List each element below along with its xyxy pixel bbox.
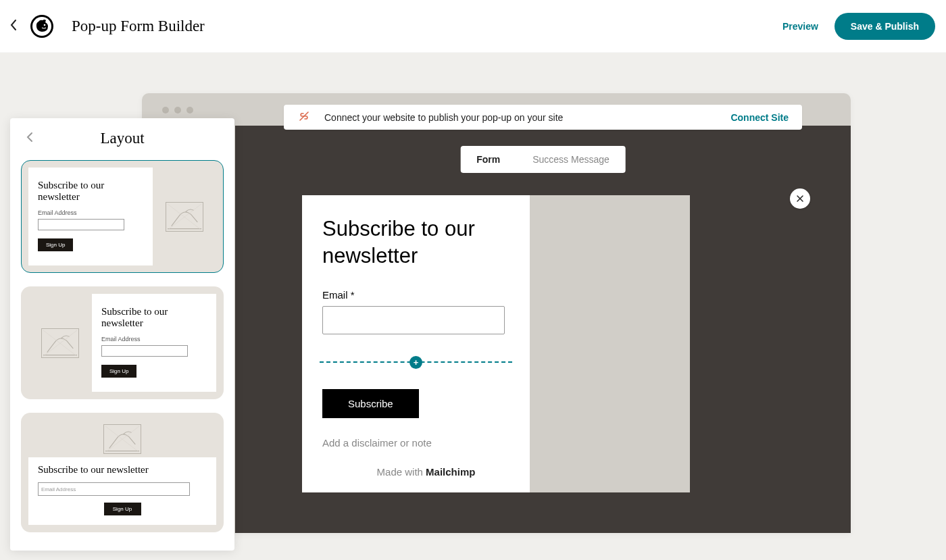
page-title: Pop-up Form Builder (72, 18, 205, 35)
mailchimp-logo (28, 13, 55, 40)
popup-heading[interactable]: Subscribe to our newsletter (322, 215, 509, 270)
layout-option-image-top[interactable]: Subscribe to our newsletter Email Addres… (21, 413, 224, 532)
preview-button[interactable]: Preview (782, 21, 818, 32)
tab-success-message[interactable]: Success Message (516, 146, 626, 173)
email-label: Email * (322, 289, 509, 301)
connect-site-button[interactable]: Connect Site (730, 112, 789, 123)
sidebar-title: Layout (100, 130, 144, 147)
template-image-placeholder (153, 168, 216, 265)
tab-form[interactable]: Form (460, 146, 516, 173)
layout-option-image-left[interactable]: Subscribe to our newsletter Email Addres… (21, 286, 224, 399)
header-right: Preview Save & Publish (782, 13, 939, 40)
preview-canvas: Connect your website to publish your pop… (235, 126, 851, 533)
popup-preview: Subscribe to our newsletter Email * + Su… (302, 195, 690, 492)
unlink-icon (297, 111, 311, 124)
popup-form-panel: Subscribe to our newsletter Email * + Su… (302, 195, 530, 492)
template-button: Sign Up (38, 238, 73, 251)
made-with-footer: Made with Mailchimp (343, 466, 509, 478)
app-header: Pop-up Form Builder Preview Save & Publi… (0, 0, 946, 53)
template-input (38, 219, 124, 230)
svg-point-2 (44, 24, 46, 26)
email-input[interactable] (322, 306, 505, 334)
browser-mockup: Connect your website to publish your pop… (142, 93, 851, 533)
sidebar-back-button[interactable] (25, 130, 34, 147)
template-input: Email Address (38, 482, 190, 496)
template-title: Subscribe to our newsletter (101, 306, 207, 329)
add-field-divider: + (322, 356, 509, 369)
disclaimer-text[interactable]: Add a disclaimer or note (322, 437, 509, 449)
back-button[interactable] (7, 16, 20, 36)
header-left: Pop-up Form Builder (7, 13, 205, 40)
close-popup-button[interactable] (790, 188, 810, 209)
template-field-label: Email Address (101, 336, 207, 342)
template-button: Sign Up (101, 365, 136, 378)
template-image-placeholder (28, 420, 216, 457)
connect-message: Connect your website to publish your pop… (324, 112, 563, 123)
add-field-button[interactable]: + (409, 356, 422, 369)
layout-sidebar: Layout Subscribe to our newsletter Email… (10, 118, 234, 551)
template-field-label: Email Address (38, 209, 143, 216)
save-publish-button[interactable]: Save & Publish (835, 13, 935, 40)
layout-options-list[interactable]: Subscribe to our newsletter Email Addres… (10, 155, 234, 551)
sidebar-header: Layout (10, 118, 234, 155)
template-title: Subscribe to our newsletter (38, 464, 207, 476)
preview-tab-switcher: Form Success Message (460, 146, 626, 173)
subscribe-button[interactable]: Subscribe (322, 389, 419, 418)
main-canvas: Connect your website to publish your pop… (0, 53, 946, 560)
template-image-placeholder (28, 294, 92, 392)
template-input (101, 345, 188, 357)
template-title: Subscribe to our newsletter (38, 180, 143, 203)
template-button: Sign Up (104, 503, 141, 515)
layout-option-image-right[interactable]: Subscribe to our newsletter Email Addres… (21, 160, 224, 273)
connect-notification: Connect your website to publish your pop… (284, 105, 802, 130)
